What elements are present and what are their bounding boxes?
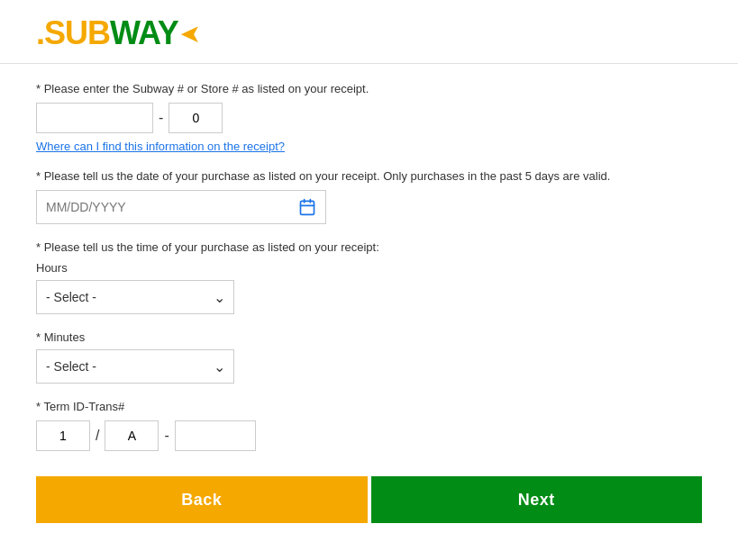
date-field-group: * Please tell us the date of your purcha… [36, 169, 702, 224]
time-label: * Please tell us the time of your purcha… [36, 240, 702, 254]
term-field-group: * Term ID-Trans# / - [36, 400, 702, 451]
logo-sub: .SUB [36, 14, 110, 51]
time-field-group: * Please tell us the time of your purcha… [36, 240, 702, 314]
term-label: * Term ID-Trans# [36, 400, 702, 413]
calendar-button[interactable] [288, 190, 326, 224]
logo-way: WAY [110, 14, 178, 51]
term-id-input[interactable] [36, 420, 90, 451]
logo-arrow-icon: ➤ [180, 19, 201, 49]
back-button[interactable]: Back [36, 476, 368, 523]
header: .SUBWAY ➤ [0, 0, 738, 64]
minutes-select[interactable]: - Select - 0015 3045 [36, 349, 234, 384]
term-sep-1: / [96, 428, 99, 444]
logo-text: .SUBWAY [36, 14, 178, 52]
term-letter-input[interactable] [105, 420, 159, 451]
store-sub-number-input[interactable] [169, 103, 223, 133]
store-row: - [36, 103, 702, 133]
next-button[interactable]: Next [371, 476, 703, 523]
help-link[interactable]: Where can I find this information on the… [36, 140, 285, 153]
hours-label: Hours [36, 261, 702, 275]
store-dash: - [159, 110, 163, 126]
minutes-field-group: * Minutes - Select - 0015 3045 ⌄ [36, 330, 702, 384]
term-sep-2: - [164, 428, 169, 444]
date-row [36, 190, 702, 224]
term-row: / - [36, 420, 702, 451]
minutes-select-wrapper: - Select - 0015 3045 ⌄ [36, 349, 234, 384]
term-trans-input[interactable] [175, 420, 256, 451]
calendar-icon [298, 198, 316, 216]
hours-select-wrapper: - Select - 123 456 789 101112 ⌄ [36, 280, 234, 314]
logo: .SUBWAY ➤ [36, 14, 702, 52]
svg-rect-0 [300, 201, 314, 214]
store-number-input[interactable] [36, 103, 153, 133]
date-input[interactable] [36, 190, 288, 224]
store-field-group: * Please enter the Subway # or Store # a… [36, 82, 702, 153]
form-content: * Please enter the Subway # or Store # a… [0, 64, 738, 541]
store-label: * Please enter the Subway # or Store # a… [36, 82, 702, 95]
hours-select[interactable]: - Select - 123 456 789 101112 [36, 280, 234, 314]
date-label: * Please tell us the date of your purcha… [36, 169, 702, 183]
button-row: Back Next [36, 476, 702, 523]
minutes-label: * Minutes [36, 330, 702, 344]
